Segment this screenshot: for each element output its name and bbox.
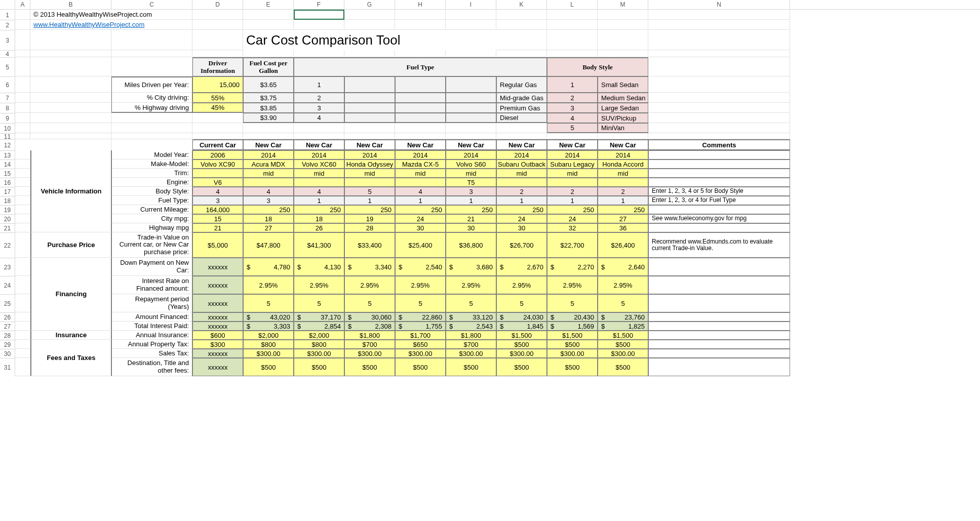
val-annIns-8[interactable]: $1,500 <box>598 331 648 340</box>
val-amtFin-1[interactable]: 43,020 <box>243 312 294 322</box>
val-amtFin-8[interactable]: 23,760 <box>598 312 648 322</box>
cell[interactable] <box>496 123 547 133</box>
cell[interactable] <box>15 93 30 103</box>
val-modelYear-2[interactable]: 2014 <box>294 150 344 159</box>
comment-amtFin[interactable] <box>648 312 790 322</box>
cell[interactable] <box>598 30 648 50</box>
section-purchase[interactable]: Purchase Price <box>30 232 111 258</box>
fuel-type-num-1[interactable]: 1 <box>294 76 344 93</box>
cell[interactable] <box>598 10 648 20</box>
val-mileage-8[interactable]: 250 <box>598 205 648 214</box>
cell[interactable] <box>30 57 111 76</box>
rowhdr-9[interactable]: 9 <box>0 113 15 124</box>
cell[interactable] <box>294 50 344 57</box>
val-repay-6[interactable]: 5 <box>496 294 547 312</box>
section-vehicle[interactable]: Vehicle Information <box>30 150 111 232</box>
rowhdr-5[interactable]: 5 <box>0 58 15 77</box>
fuel-type-name-2[interactable]: Mid-grade Gas <box>496 93 547 103</box>
rowhdr-31[interactable]: 31 <box>0 358 15 376</box>
val-annIns-7[interactable]: $1,500 <box>547 331 598 340</box>
cell[interactable] <box>395 50 446 57</box>
rowhdr-17[interactable]: 17 <box>0 187 15 196</box>
cell[interactable] <box>446 50 496 57</box>
lbl-annIns[interactable]: Annual Insurance: <box>111 331 192 340</box>
cell[interactable] <box>294 123 344 133</box>
cell[interactable] <box>446 10 496 20</box>
cell[interactable] <box>496 10 547 20</box>
val-cityMpg-3[interactable]: 19 <box>344 214 395 223</box>
section-financing[interactable]: Financing <box>30 258 111 331</box>
cell[interactable] <box>446 113 496 123</box>
hdr-fuel-cost[interactable]: Fuel Cost per Gallon <box>243 57 294 76</box>
val-bodyStyle-6[interactable]: 2 <box>496 187 547 196</box>
val-intRate-6[interactable]: 2.95% <box>496 276 547 294</box>
lbl-city-pct[interactable]: % City driving: <box>111 93 192 103</box>
val-amtFin-0[interactable]: xxxxxx <box>192 312 243 322</box>
val-mileage-0[interactable]: 164,000 <box>192 205 243 214</box>
cell[interactable] <box>547 133 598 139</box>
cell[interactable] <box>344 103 395 113</box>
grid[interactable]: © 2013 HealthyWealthyWiseProject.com www… <box>15 10 980 376</box>
rowhdr-15[interactable]: 15 <box>0 169 15 178</box>
cell[interactable] <box>344 10 395 20</box>
lbl-repay[interactable]: Repayment period (Years) <box>111 294 192 312</box>
cell[interactable] <box>648 93 790 103</box>
comment-engine[interactable] <box>648 178 790 187</box>
val-cityMpg-2[interactable]: 18 <box>294 214 344 223</box>
fuel-type-name-3[interactable]: Premium Gas <box>496 103 547 113</box>
val-destFees-1[interactable]: $500 <box>243 358 294 376</box>
val-modelYear-5[interactable]: 2014 <box>446 150 496 159</box>
lbl-intRate[interactable]: Interest Rate on Financed amount: <box>111 276 192 294</box>
cell[interactable] <box>598 20 648 30</box>
val-engine-5[interactable]: T5 <box>446 178 496 187</box>
cell[interactable] <box>395 20 446 30</box>
fuel-cost-4[interactable]: $3.90 <box>243 113 294 123</box>
comment-annIns[interactable] <box>648 331 790 340</box>
comment-totInt[interactable] <box>648 322 790 331</box>
val-downPay-5[interactable]: 3,680 <box>446 258 496 276</box>
val-destFees-2[interactable]: $500 <box>294 358 344 376</box>
lbl-cityMpg[interactable]: City mpg: <box>111 214 192 223</box>
cell[interactable] <box>15 258 30 276</box>
val-trim-7[interactable]: mid <box>547 169 598 178</box>
cell[interactable] <box>648 113 790 123</box>
cell[interactable] <box>111 30 192 50</box>
colhdr-A[interactable]: A <box>15 0 30 9</box>
rowhdr-16[interactable]: 16 <box>0 178 15 187</box>
fuel-type-name-4[interactable]: Diesel <box>496 113 547 123</box>
val-engine-6[interactable] <box>496 178 547 187</box>
hdr-comments[interactable]: Comments <box>648 139 790 150</box>
val-intRate-8[interactable]: 2.95% <box>598 276 648 294</box>
cell[interactable] <box>30 133 111 139</box>
val-repay-0[interactable]: xxxxxx <box>192 294 243 312</box>
cell[interactable] <box>243 50 294 57</box>
val-intRate-7[interactable]: 2.95% <box>547 276 598 294</box>
section-insurance[interactable]: Insurance <box>30 331 111 340</box>
lbl-trim[interactable]: Trim: <box>111 169 192 178</box>
hdr-car-2[interactable]: New Car <box>294 139 344 150</box>
val-tradeIn-4[interactable]: $25,400 <box>395 232 446 258</box>
val-engine-2[interactable] <box>294 178 344 187</box>
comment-destFees[interactable] <box>648 358 790 376</box>
corner[interactable] <box>0 0 15 9</box>
val-repay-2[interactable]: 5 <box>294 294 344 312</box>
val-salesTax-6[interactable]: $300.00 <box>496 349 547 358</box>
val-fuelType-1[interactable]: 3 <box>243 196 294 205</box>
cell[interactable] <box>496 30 547 50</box>
cell[interactable] <box>15 205 30 214</box>
val-mileage-4[interactable]: 250 <box>395 205 446 214</box>
val-downPay-3[interactable]: 3,340 <box>344 258 395 276</box>
lbl-downPay[interactable]: Down Payment on New Car: <box>111 258 192 276</box>
val-trim-5[interactable]: mid <box>446 169 496 178</box>
cell[interactable] <box>15 76 30 93</box>
val-cityMpg-5[interactable]: 21 <box>446 214 496 223</box>
val-mileage-7[interactable]: 250 <box>547 205 598 214</box>
cell[interactable] <box>243 133 294 139</box>
cell[interactable] <box>395 123 446 133</box>
body-style-name-1[interactable]: Small Sedan <box>598 76 648 93</box>
cell[interactable] <box>15 150 30 159</box>
cell[interactable] <box>547 20 598 30</box>
cell[interactable] <box>192 113 243 123</box>
cell[interactable] <box>15 340 30 349</box>
val-cityMpg-8[interactable]: 27 <box>598 214 648 223</box>
